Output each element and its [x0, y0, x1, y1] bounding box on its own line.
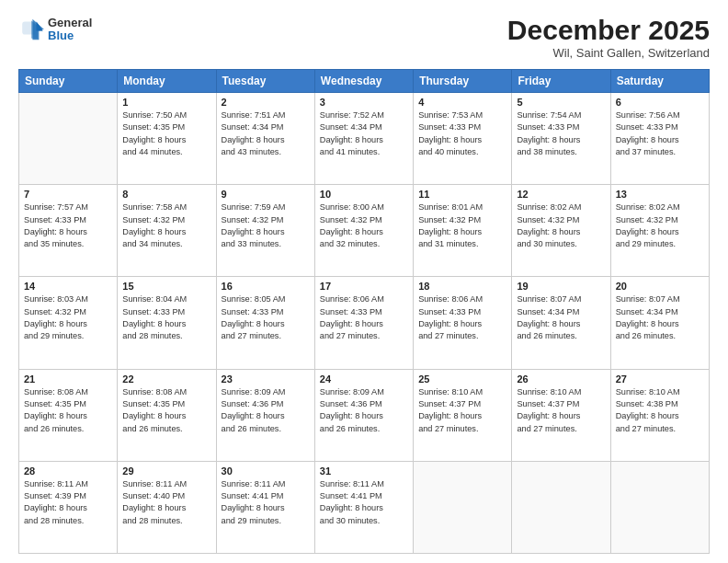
day-info: Sunrise: 8:00 AMSunset: 4:32 PMDaylight:…	[320, 201, 408, 250]
day-number: 7	[24, 189, 112, 200]
day-number: 5	[517, 97, 605, 108]
day-number: 22	[122, 373, 210, 385]
day-number: 16	[222, 281, 310, 292]
calendar-cell	[414, 461, 512, 553]
day-info: Sunrise: 7:57 AMSunset: 4:33 PMDaylight:…	[24, 201, 112, 250]
calendar-header-row: SundayMondayTuesdayWednesdayThursdayFrid…	[19, 70, 710, 93]
location: Wil, Saint Gallen, Switzerland	[507, 46, 710, 60]
day-info: Sunrise: 8:08 AMSunset: 4:35 PMDaylight:…	[24, 386, 112, 435]
logo-general: General	[48, 17, 92, 29]
week-row-4: 21Sunrise: 8:08 AMSunset: 4:35 PMDayligh…	[19, 369, 710, 461]
day-number: 30	[222, 465, 310, 477]
day-number: 11	[418, 189, 506, 200]
calendar-cell: 31Sunrise: 8:11 AMSunset: 4:41 PMDayligh…	[314, 461, 413, 553]
day-number: 21	[24, 373, 112, 385]
day-number: 27	[616, 373, 704, 385]
day-info: Sunrise: 7:59 AMSunset: 4:32 PMDaylight:…	[222, 201, 310, 250]
week-row-5: 28Sunrise: 8:11 AMSunset: 4:39 PMDayligh…	[19, 461, 710, 553]
logo: General Blue	[18, 17, 92, 43]
day-info: Sunrise: 8:07 AMSunset: 4:34 PMDaylight:…	[616, 293, 704, 342]
title-block: December 2025 Wil, Saint Gallen, Switzer…	[507, 17, 710, 60]
day-info: Sunrise: 8:09 AMSunset: 4:36 PMDaylight:…	[222, 386, 310, 435]
logo-text: General Blue	[48, 17, 92, 43]
day-number: 18	[418, 281, 506, 292]
day-info: Sunrise: 7:52 AMSunset: 4:34 PMDaylight:…	[320, 109, 408, 158]
page: General Blue December 2025 Wil, Saint Ga…	[0, 0, 728, 563]
day-info: Sunrise: 8:10 AMSunset: 4:37 PMDaylight:…	[418, 386, 506, 435]
week-row-1: 1Sunrise: 7:50 AMSunset: 4:35 PMDaylight…	[19, 93, 710, 185]
day-info: Sunrise: 7:54 AMSunset: 4:33 PMDaylight:…	[517, 109, 605, 158]
day-number: 12	[517, 189, 605, 200]
day-info: Sunrise: 8:06 AMSunset: 4:33 PMDaylight:…	[320, 293, 408, 342]
day-info: Sunrise: 8:05 AMSunset: 4:33 PMDaylight:…	[222, 293, 310, 342]
calendar-cell: 21Sunrise: 8:08 AMSunset: 4:35 PMDayligh…	[19, 369, 118, 461]
calendar-cell: 7Sunrise: 7:57 AMSunset: 4:33 PMDaylight…	[19, 185, 118, 277]
calendar-cell: 5Sunrise: 7:54 AMSunset: 4:33 PMDaylight…	[512, 93, 610, 185]
day-number: 15	[122, 281, 210, 292]
day-info: Sunrise: 8:10 AMSunset: 4:38 PMDaylight:…	[616, 386, 704, 435]
day-number: 26	[517, 373, 605, 385]
month-title: December 2025	[507, 17, 710, 44]
calendar-cell: 2Sunrise: 7:51 AMSunset: 4:34 PMDaylight…	[216, 93, 314, 185]
day-number: 23	[222, 373, 310, 385]
day-info: Sunrise: 7:58 AMSunset: 4:32 PMDaylight:…	[122, 201, 210, 250]
calendar-cell: 1Sunrise: 7:50 AMSunset: 4:35 PMDaylight…	[118, 93, 216, 185]
day-info: Sunrise: 8:02 AMSunset: 4:32 PMDaylight:…	[616, 201, 704, 250]
calendar-cell: 22Sunrise: 8:08 AMSunset: 4:35 PMDayligh…	[118, 369, 216, 461]
calendar-cell: 28Sunrise: 8:11 AMSunset: 4:39 PMDayligh…	[19, 461, 118, 553]
day-info: Sunrise: 7:56 AMSunset: 4:33 PMDaylight:…	[616, 109, 704, 158]
day-info: Sunrise: 8:11 AMSunset: 4:39 PMDaylight:…	[24, 478, 112, 527]
day-info: Sunrise: 8:10 AMSunset: 4:37 PMDaylight:…	[517, 386, 605, 435]
calendar-cell: 10Sunrise: 8:00 AMSunset: 4:32 PMDayligh…	[314, 185, 413, 277]
calendar-cell: 9Sunrise: 7:59 AMSunset: 4:32 PMDaylight…	[216, 185, 314, 277]
day-info: Sunrise: 8:07 AMSunset: 4:34 PMDaylight:…	[517, 293, 605, 342]
calendar-cell: 30Sunrise: 8:11 AMSunset: 4:41 PMDayligh…	[216, 461, 314, 553]
day-number: 20	[616, 281, 704, 292]
day-number: 14	[24, 281, 112, 292]
day-info: Sunrise: 7:51 AMSunset: 4:34 PMDaylight:…	[222, 109, 310, 158]
calendar-cell: 4Sunrise: 7:53 AMSunset: 4:33 PMDaylight…	[414, 93, 512, 185]
day-info: Sunrise: 8:01 AMSunset: 4:32 PMDaylight:…	[418, 201, 506, 250]
day-number: 17	[320, 281, 408, 292]
calendar-cell: 11Sunrise: 8:01 AMSunset: 4:32 PMDayligh…	[414, 185, 512, 277]
day-info: Sunrise: 8:04 AMSunset: 4:33 PMDaylight:…	[122, 293, 210, 342]
day-header-saturday: Saturday	[610, 70, 709, 93]
day-number: 3	[320, 97, 408, 108]
calendar-cell: 13Sunrise: 8:02 AMSunset: 4:32 PMDayligh…	[610, 185, 709, 277]
day-number: 1	[122, 97, 210, 108]
calendar-cell	[512, 461, 610, 553]
logo-icon	[18, 17, 44, 42]
day-number: 31	[320, 465, 408, 477]
calendar-table: SundayMondayTuesdayWednesdayThursdayFrid…	[18, 69, 710, 554]
week-row-2: 7Sunrise: 7:57 AMSunset: 4:33 PMDaylight…	[19, 185, 710, 277]
day-info: Sunrise: 8:02 AMSunset: 4:32 PMDaylight:…	[517, 201, 605, 250]
day-number: 19	[517, 281, 605, 292]
day-info: Sunrise: 8:11 AMSunset: 4:41 PMDaylight:…	[320, 478, 408, 527]
header: General Blue December 2025 Wil, Saint Ga…	[18, 17, 710, 60]
calendar-cell: 18Sunrise: 8:06 AMSunset: 4:33 PMDayligh…	[414, 277, 512, 369]
day-info: Sunrise: 7:53 AMSunset: 4:33 PMDaylight:…	[418, 109, 506, 158]
calendar-cell: 6Sunrise: 7:56 AMSunset: 4:33 PMDaylight…	[610, 93, 709, 185]
day-info: Sunrise: 8:03 AMSunset: 4:32 PMDaylight:…	[24, 293, 112, 342]
calendar-cell: 29Sunrise: 8:11 AMSunset: 4:40 PMDayligh…	[118, 461, 216, 553]
calendar-cell	[19, 93, 118, 185]
day-number: 4	[418, 97, 506, 108]
day-number: 6	[616, 97, 704, 108]
day-info: Sunrise: 8:06 AMSunset: 4:33 PMDaylight:…	[418, 293, 506, 342]
day-info: Sunrise: 8:09 AMSunset: 4:36 PMDaylight:…	[320, 386, 408, 435]
calendar-cell: 15Sunrise: 8:04 AMSunset: 4:33 PMDayligh…	[118, 277, 216, 369]
day-number: 10	[320, 189, 408, 200]
calendar-cell: 27Sunrise: 8:10 AMSunset: 4:38 PMDayligh…	[610, 369, 709, 461]
day-info: Sunrise: 8:11 AMSunset: 4:41 PMDaylight:…	[222, 478, 310, 527]
calendar-cell: 24Sunrise: 8:09 AMSunset: 4:36 PMDayligh…	[314, 369, 413, 461]
calendar-cell: 3Sunrise: 7:52 AMSunset: 4:34 PMDaylight…	[314, 93, 413, 185]
calendar-cell: 23Sunrise: 8:09 AMSunset: 4:36 PMDayligh…	[216, 369, 314, 461]
day-number: 9	[222, 189, 310, 200]
calendar-cell: 8Sunrise: 7:58 AMSunset: 4:32 PMDaylight…	[118, 185, 216, 277]
day-number: 2	[222, 97, 310, 108]
week-row-3: 14Sunrise: 8:03 AMSunset: 4:32 PMDayligh…	[19, 277, 710, 369]
day-number: 8	[122, 189, 210, 200]
day-header-monday: Monday	[118, 70, 216, 93]
day-number: 29	[122, 465, 210, 477]
calendar-cell: 26Sunrise: 8:10 AMSunset: 4:37 PMDayligh…	[512, 369, 610, 461]
